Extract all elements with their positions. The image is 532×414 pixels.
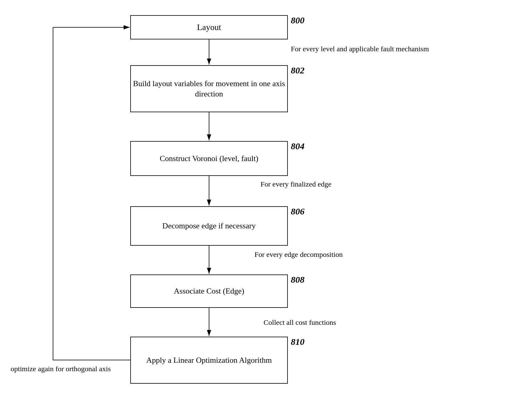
step-804: 804: [291, 141, 304, 151]
annotation-4: Collect all cost functions: [264, 318, 336, 327]
step-808: 808: [291, 274, 304, 285]
annotation-2: For every finalized edge: [261, 180, 331, 188]
diagram-container: Layout 800 For every level and applicabl…: [0, 0, 532, 414]
step-800: 800: [291, 15, 304, 25]
annotation-5: optimize again for orthogonal axis: [11, 364, 111, 374]
step-802: 802: [291, 65, 304, 76]
step-806: 806: [291, 206, 304, 217]
apply-linear-label: Apply a Linear Optimization Algorithm: [146, 355, 272, 365]
construct-voronoi-box: Construct Voronoi (level, fault): [130, 141, 288, 176]
annotation-1: For every level and applicable fault mec…: [291, 45, 429, 53]
construct-voronoi-label: Construct Voronoi (level, fault): [160, 153, 258, 164]
associate-cost-label: Associate Cost (Edge): [174, 286, 244, 296]
build-layout-label: Build layout variables for movement in o…: [131, 79, 287, 99]
step-810: 810: [291, 337, 304, 347]
apply-linear-box: Apply a Linear Optimization Algorithm: [130, 337, 288, 384]
layout-label: Layout: [197, 22, 221, 33]
associate-cost-box: Associate Cost (Edge): [130, 274, 288, 308]
build-layout-box: Build layout variables for movement in o…: [130, 65, 288, 112]
annotation-3: For every edge decomposition: [254, 251, 343, 259]
decompose-edge-box: Decompose edge if necessary: [130, 206, 288, 246]
layout-box: Layout: [130, 15, 288, 39]
decompose-edge-label: Decompose edge if necessary: [162, 221, 256, 231]
